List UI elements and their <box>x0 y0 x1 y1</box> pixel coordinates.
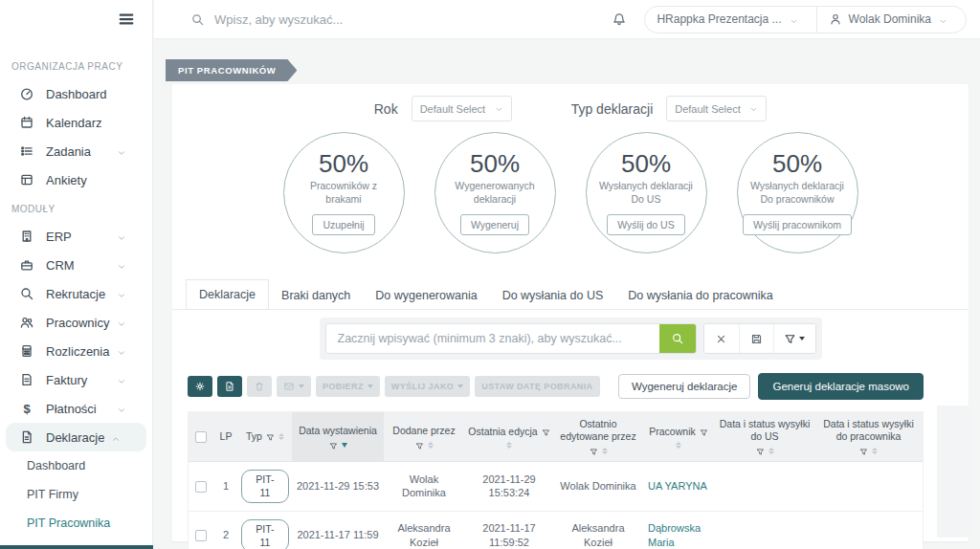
sidebar-subitem-dashboard[interactable]: Dashboard <box>0 451 152 480</box>
scrollbar-gutter[interactable] <box>937 406 969 538</box>
row-checkbox[interactable] <box>195 481 207 493</box>
column-label: Ostatnio edytowane przez <box>557 418 639 443</box>
sidebar-subitem-pit-pracownika[interactable]: PIT Pracownika <box>0 509 152 538</box>
sort-indicator[interactable] <box>342 443 347 448</box>
invoice-icon <box>19 372 34 387</box>
column-header-inner: Data i status wysyłki do pracownika <box>817 418 920 455</box>
cell-pracownik: UA YARYNA <box>642 462 715 511</box>
tab-do-wyslania-do-us[interactable]: Do wysłania do US <box>490 281 616 310</box>
chevron-down-icon <box>114 346 129 356</box>
global-search-input[interactable] <box>214 12 501 27</box>
sidebar-bottom-bar <box>0 545 153 549</box>
sidebar-item-label: ERP <box>46 230 110 244</box>
table-body: 1PIT-112021-11-29 15:53Wolak Dominika202… <box>189 462 923 549</box>
cell-ostatnia_edycja: 2021-11-17 11:59:52 <box>464 511 554 549</box>
stat-label: Pracowników z brakami <box>284 177 404 206</box>
declaration-type-value: Default Select <box>675 103 740 115</box>
company-selector[interactable]: HRappka Prezentacja ... <box>645 7 815 33</box>
export-file-button[interactable] <box>217 376 242 397</box>
sidebar-item-platnosci[interactable]: $Płatności <box>0 394 152 423</box>
sidebar-subitem-pit-firmy[interactable]: PIT Firmy <box>0 480 152 509</box>
list-area: POBIERZ WYŚLIJ JAKO USTAW DATĘ POBRANIA … <box>172 310 969 541</box>
sort-indicator[interactable] <box>768 448 774 454</box>
sidebar-item-rozliczenia[interactable]: Rozliczenia <box>0 337 152 365</box>
select-all-checkbox[interactable] <box>195 431 207 443</box>
send-as-button[interactable]: WYŚLIJ JAKO <box>385 376 470 397</box>
uzupelnij-button[interactable]: Uzupełnij <box>312 214 374 235</box>
save-filter-button[interactable] <box>739 324 773 353</box>
column-label: Data i status wysyłki do pracownika <box>817 418 920 443</box>
cell-wysylka_pracownik <box>814 511 923 549</box>
wyslij-pracownikom-button[interactable]: Wyślij pracownikom <box>743 214 852 235</box>
filters-dropdown-button[interactable] <box>773 324 815 353</box>
list-search-wrap <box>172 318 969 360</box>
sidebar-item-kalendarz[interactable]: Kalendarz <box>0 108 152 137</box>
survey-icon <box>19 172 34 187</box>
delete-button[interactable] <box>247 376 272 397</box>
funnel-filter-icon <box>700 428 708 436</box>
cell-typ: PIT-11 <box>238 462 292 511</box>
employee-link[interactable]: UA YARYNA <box>648 480 707 492</box>
cell-dodane_przez: Aleksandra Kozieł <box>384 511 464 549</box>
download-button[interactable]: POBIERZ <box>316 376 380 397</box>
column-header-inner: Dodane przez <box>387 425 461 450</box>
sidebar-item-rekrutacje[interactable]: Rekrutacje <box>0 279 152 308</box>
user-menu[interactable]: Wolak Dominika <box>817 7 966 33</box>
wygeneruj-button[interactable]: Wygeneruj <box>460 214 529 235</box>
sort-indicator[interactable] <box>428 442 434 449</box>
sort-indicator[interactable] <box>506 442 512 449</box>
tab-do-wygenerowania[interactable]: Do wygenerowania <box>363 281 489 310</box>
cell-dodane_przez: Wolak Dominika <box>384 462 464 511</box>
generate-declarations-button[interactable]: Wygeneruj deklaracje <box>618 374 750 399</box>
sort-indicator[interactable] <box>676 442 681 449</box>
row-select-cell <box>189 511 213 549</box>
sidebar-item-crm[interactable]: CRM <box>0 251 152 279</box>
sort-indicator[interactable] <box>278 433 284 440</box>
employee-link[interactable]: Dąbrowska Maria <box>648 522 701 548</box>
stats-row: 50%Pracowników z brakamiUzupełnij50%Wyge… <box>172 132 969 253</box>
calendar-icon <box>19 115 34 130</box>
wyslij-do-us-button[interactable]: Wyślij do US <box>607 214 684 235</box>
send-email-button[interactable] <box>277 376 311 397</box>
chevron-down-icon <box>457 384 463 388</box>
sort-indicator[interactable] <box>872 448 878 454</box>
clear-search-button[interactable] <box>704 324 739 353</box>
sidebar-subitem-zus[interactable]: ZUS <box>0 538 152 543</box>
column-label: Data i status wysyłki do US <box>718 418 812 443</box>
declaration-type-badge[interactable]: PIT-11 <box>241 470 289 502</box>
dashboard-icon <box>19 86 34 101</box>
sidebar-item-pracownicy[interactable]: Pracownicy <box>0 308 152 337</box>
generate-mass-declarations-button[interactable]: Generuj deklaracje masowo <box>758 373 924 400</box>
chevron-down-icon <box>114 404 129 413</box>
list-search-input[interactable] <box>326 324 659 353</box>
stat-circle-4: 50%Wysłanych deklaracjiDo pracownikówWyś… <box>737 132 858 253</box>
column-header-inner: Ostatnia edycja <box>467 426 551 449</box>
notifications-bell-icon[interactable] <box>612 11 627 27</box>
stat-circle-3: 50%Wysłanych deklaracjiDo USWyślij do US <box>586 132 707 253</box>
set-download-date-button[interactable]: USTAW DATĘ POBRANIA <box>475 376 599 397</box>
sidebar-item-erp[interactable]: ERP <box>0 222 152 251</box>
sidebar-item-zadania[interactable]: Zadania <box>0 137 152 165</box>
funnel-filter-icon <box>590 447 598 455</box>
tab-braki-danych[interactable]: Braki danych <box>269 281 363 310</box>
declaration-type-select[interactable]: Default Select <box>666 96 767 121</box>
sort-indicator[interactable] <box>602 448 608 454</box>
sidebar-item-ankiety[interactable]: Ankiety <box>0 165 152 194</box>
sidebar-item-dashboard[interactable]: Dashboard <box>0 79 152 108</box>
menu-toggle-icon[interactable] <box>116 10 137 29</box>
file-icon <box>19 429 34 445</box>
sidebar-item-faktury[interactable]: Faktury <box>0 365 152 394</box>
year-select[interactable]: Default Select <box>412 96 512 121</box>
tab-do-wyslania-do-pracownika[interactable]: Do wysłania do pracownika <box>615 281 785 310</box>
funnel-filter-icon <box>415 441 424 450</box>
settings-button[interactable] <box>188 376 212 397</box>
cell-pracownik: Dąbrowska Maria <box>642 511 715 549</box>
tab-deklaracje[interactable]: Deklaracje <box>186 279 269 310</box>
row-checkbox[interactable] <box>195 530 207 541</box>
declaration-type-badge[interactable]: PIT-11 <box>241 519 289 549</box>
column-label: Pracownik <box>649 426 695 438</box>
sidebar-item-deklaracje[interactable]: Deklaracje <box>6 423 146 451</box>
chevron-down-icon <box>749 104 758 113</box>
list-search-button[interactable] <box>659 324 696 353</box>
erp-icon <box>19 229 34 244</box>
